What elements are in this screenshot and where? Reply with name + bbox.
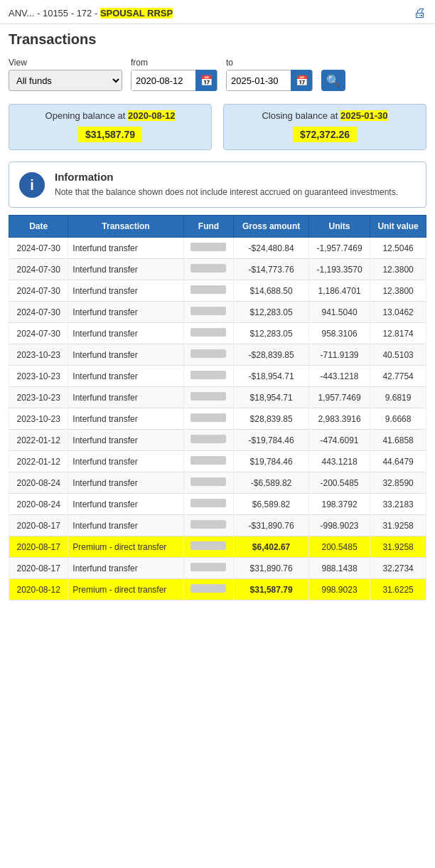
cell-fund — [183, 323, 234, 344]
table-row: 2022-01-12Interfund transfer$19,784.4644… — [9, 451, 426, 472]
cell-date: 2023-10-23 — [9, 387, 68, 408]
cell-unit-value: 31.6225 — [370, 579, 426, 600]
opening-balance-title: Opening balance at 2020-08-12 — [16, 110, 204, 121]
cell-fund — [183, 515, 234, 536]
cell-gross-amount: -$6,589.82 — [234, 472, 309, 494]
cell-fund — [183, 472, 234, 494]
cell-transaction: Interfund transfer — [68, 323, 183, 344]
to-calendar-button[interactable]: 📅 — [291, 70, 312, 91]
table-row: 2024-07-30Interfund transfer$12,283.0594… — [9, 302, 426, 323]
search-button[interactable]: 🔍 — [321, 70, 345, 91]
cell-unit-value: 32.2734 — [370, 558, 426, 579]
cell-transaction: Interfund transfer — [68, 366, 183, 387]
cell-unit-value: 12.3800 — [370, 259, 426, 280]
view-select[interactable]: All funds — [9, 70, 122, 91]
to-label: to — [226, 58, 313, 68]
table-row: 2020-08-17Premium - direct transfer$6,40… — [9, 536, 426, 558]
cell-transaction: Interfund transfer — [68, 302, 183, 323]
cell-transaction: Interfund transfer — [68, 238, 183, 259]
cell-fund — [183, 280, 234, 302]
cell-transaction: Premium - direct transfer — [68, 579, 183, 600]
cell-unit-value: 32.8590 — [370, 472, 426, 494]
cell-gross-amount: -$19,784.46 — [234, 430, 309, 451]
cell-units: 988.1438 — [308, 558, 370, 579]
to-date-wrap: 📅 — [226, 70, 313, 91]
cell-date: 2023-10-23 — [9, 366, 68, 387]
cell-units: 198.3792 — [308, 494, 370, 515]
balances-section: Opening balance at 2020-08-12 $31,587.79… — [0, 98, 435, 156]
cell-gross-amount: $12,283.05 — [234, 323, 309, 344]
closing-date-highlight: 2025-01-30 — [340, 110, 388, 121]
cell-date: 2020-08-17 — [9, 515, 68, 536]
opening-balance-box: Opening balance at 2020-08-12 $31,587.79 — [9, 104, 212, 150]
table-header-row: Date Transaction Fund Gross amount Units… — [9, 216, 426, 238]
table-row: 2023-10-23Interfund transfer-$28,839.85-… — [9, 344, 426, 366]
from-label: from — [131, 58, 218, 68]
cell-units: 2,983.3916 — [308, 408, 370, 430]
cell-gross-amount: -$28,839.85 — [234, 344, 309, 366]
cell-gross-amount: -$24,480.84 — [234, 238, 309, 259]
from-calendar-button[interactable]: 📅 — [195, 70, 217, 91]
table-row: 2020-08-17Interfund transfer-$31,890.76-… — [9, 515, 426, 536]
cell-fund — [183, 366, 234, 387]
cell-unit-value: 40.5103 — [370, 344, 426, 366]
cell-fund — [183, 430, 234, 451]
table-row: 2020-08-24Interfund transfer-$6,589.82-2… — [9, 472, 426, 494]
closing-balance-box: Closing balance at 2025-01-30 $72,372.26 — [223, 104, 426, 150]
col-units: Units — [308, 216, 370, 238]
from-date-wrap: 📅 — [131, 70, 218, 91]
info-box: i Information Note that the balance show… — [9, 162, 426, 208]
cell-unit-value: 9.6819 — [370, 387, 426, 408]
cell-gross-amount: $12,283.05 — [234, 302, 309, 323]
cell-transaction: Interfund transfer — [68, 344, 183, 366]
cell-fund — [183, 494, 234, 515]
table-row: 2023-10-23Interfund transfer-$18,954.71-… — [9, 366, 426, 387]
cell-date: 2024-07-30 — [9, 259, 68, 280]
table-row: 2023-10-23Interfund transfer$28,839.852,… — [9, 408, 426, 430]
cell-fund — [183, 536, 234, 558]
cell-date: 2020-08-17 — [9, 536, 68, 558]
table-row: 2024-07-30Interfund transfer$14,688.501,… — [9, 280, 426, 302]
table-row: 2022-01-12Interfund transfer-$19,784.46-… — [9, 430, 426, 451]
cell-gross-amount: $6,402.67 — [234, 536, 309, 558]
cell-units: -1,193.3570 — [308, 259, 370, 280]
col-unit-value: Unit value — [370, 216, 426, 238]
cell-transaction: Interfund transfer — [68, 558, 183, 579]
cell-date: 2024-07-30 — [9, 280, 68, 302]
cell-units: -200.5485 — [308, 472, 370, 494]
cell-units: -1,957.7469 — [308, 238, 370, 259]
cell-fund — [183, 344, 234, 366]
cell-transaction: Interfund transfer — [68, 430, 183, 451]
cell-gross-amount: -$31,890.76 — [234, 515, 309, 536]
cell-gross-amount: $6,589.82 — [234, 494, 309, 515]
cell-fund — [183, 387, 234, 408]
view-filter-group: View All funds — [9, 58, 122, 91]
account-type-highlight: SPOUSAL RRSP — [100, 8, 173, 18]
filters-section: View All funds from 📅 to 📅 🔍 — [0, 53, 435, 98]
closing-balance-amount: $72,372.26 — [293, 127, 357, 142]
cell-units: 443.1218 — [308, 451, 370, 472]
to-filter-group: to 📅 — [226, 58, 313, 91]
table-row: 2023-10-23Interfund transfer$18,954.711,… — [9, 387, 426, 408]
cell-gross-amount: -$18,954.71 — [234, 366, 309, 387]
cell-unit-value: 33.2183 — [370, 494, 426, 515]
table-row: 2024-07-30Interfund transfer$12,283.0595… — [9, 323, 426, 344]
table-row: 2024-07-30Interfund transfer-$24,480.84-… — [9, 238, 426, 259]
cell-unit-value: 31.9258 — [370, 515, 426, 536]
cell-fund — [183, 558, 234, 579]
cell-gross-amount: $19,784.46 — [234, 451, 309, 472]
page-account-title: ANV... - 10155 - 172 - SPOUSAL RRSP — [9, 8, 173, 18]
cell-date: 2020-08-17 — [9, 558, 68, 579]
col-transaction: Transaction — [68, 216, 183, 238]
info-title: Information — [55, 171, 398, 183]
cell-gross-amount: $31,890.76 — [234, 558, 309, 579]
cell-transaction: Interfund transfer — [68, 280, 183, 302]
print-icon[interactable]: 🖨 — [414, 6, 426, 21]
cell-gross-amount: -$14,773.76 — [234, 259, 309, 280]
top-bar: ANV... - 10155 - 172 - SPOUSAL RRSP 🖨 — [0, 0, 435, 24]
opening-balance-amount: $31,587.79 — [78, 127, 142, 142]
cell-unit-value: 9.6668 — [370, 408, 426, 430]
info-text: Note that the balance shown does not inc… — [55, 186, 398, 199]
to-date-input[interactable] — [227, 70, 291, 90]
from-date-input[interactable] — [131, 70, 195, 90]
